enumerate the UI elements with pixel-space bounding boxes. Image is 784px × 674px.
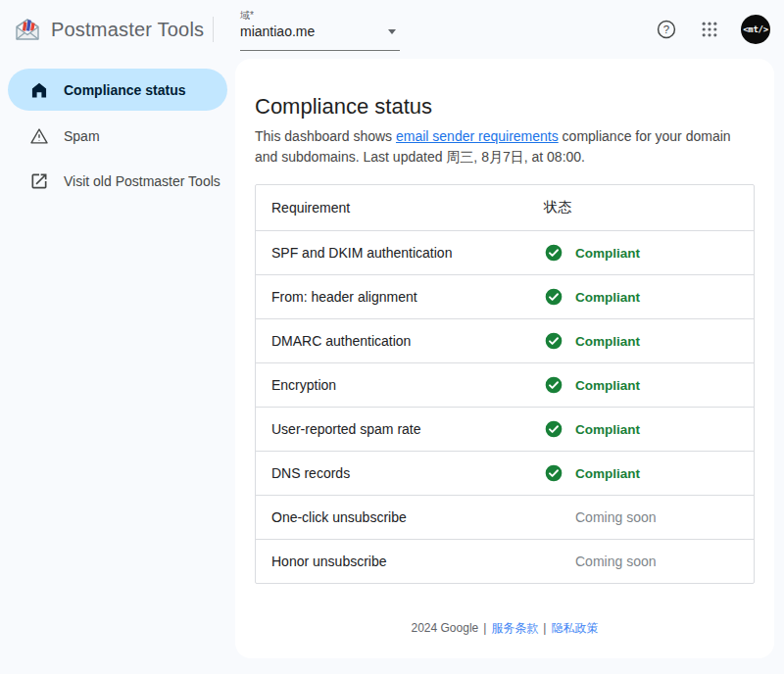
check-circle-icon	[544, 331, 564, 351]
app-title: Postmaster Tools	[51, 19, 204, 41]
sidebar: Compliance status Spam Visit old Postmas…	[0, 59, 235, 204]
check-circle-icon	[544, 375, 564, 395]
check-circle-icon	[544, 419, 564, 439]
status-text: Coming soon	[575, 509, 657, 525]
check-circle-icon	[544, 287, 564, 307]
domain-selector-value: miantiao.me	[240, 24, 315, 39]
help-button[interactable]: ?	[655, 18, 678, 41]
help-icon: ?	[656, 19, 677, 40]
status-text: Compliant	[575, 334, 640, 349]
postmaster-logo-icon	[14, 17, 41, 42]
sidebar-item-label: Visit old Postmaster Tools	[64, 173, 220, 189]
warning-icon	[29, 126, 49, 146]
table-header-row: Requirement 状态	[256, 185, 754, 230]
compliance-table: Requirement 状态 SPF and DKIM authenticati…	[255, 184, 755, 584]
topbar: Postmaster Tools 域* miantiao.me ? <mt/>	[0, 0, 784, 59]
status-cell: Compliant	[544, 331, 754, 351]
table-row: Honor unsubscribeComing soon	[256, 539, 754, 583]
status-cell: Coming soon	[544, 554, 754, 569]
sidebar-item-spam[interactable]: Spam	[8, 114, 227, 159]
footer-link-privacy[interactable]: 隐私政策	[551, 621, 598, 635]
requirement-cell: Encryption	[256, 377, 544, 393]
requirement-cell: DMARC authentication	[256, 333, 544, 349]
status-text: Compliant	[575, 422, 640, 437]
main-content: Compliance status This dashboard shows e…	[235, 59, 774, 658]
email-sender-requirements-link[interactable]: email sender requirements	[396, 128, 559, 144]
sidebar-item-label: Spam	[64, 128, 100, 144]
status-text: Compliant	[575, 246, 640, 261]
sidebar-item-label: Compliance status	[64, 82, 185, 98]
footer-separator: |	[483, 621, 486, 635]
table-row: User-reported spam rateCompliant	[256, 407, 754, 451]
chevron-down-icon	[388, 29, 396, 34]
status-cell: Compliant	[544, 463, 754, 483]
footer-copyright: 2024 Google	[412, 621, 479, 635]
home-icon	[29, 80, 49, 100]
app-logo[interactable]: Postmaster Tools	[14, 0, 204, 59]
status-cell: Compliant	[544, 287, 754, 307]
status-cell: Compliant	[544, 243, 754, 263]
column-header-status: 状态	[544, 199, 754, 217]
page-title: Compliance status	[255, 94, 755, 120]
requirement-cell: From: header alignment	[256, 289, 544, 305]
status-text: Compliant	[575, 290, 640, 305]
requirement-cell: One-click unsubscribe	[256, 509, 544, 525]
footer-separator: |	[543, 621, 546, 635]
domain-selector[interactable]: 域* miantiao.me	[240, 7, 400, 51]
status-text: Compliant	[575, 378, 640, 393]
status-cell: Compliant	[544, 419, 754, 439]
sidebar-item-compliance-status[interactable]: Compliance status	[8, 69, 227, 111]
requirement-cell: DNS records	[256, 465, 544, 481]
avatar[interactable]: <mt/>	[741, 15, 770, 44]
status-cell: Coming soon	[544, 509, 754, 525]
footer: 2024 Google|服务条款|隐私政策	[255, 610, 755, 647]
table-row: DMARC authenticationCompliant	[256, 318, 754, 362]
requirement-cell: Honor unsubscribe	[256, 554, 544, 569]
compliance-table-body: SPF and DKIM authenticationCompliantFrom…	[256, 230, 754, 583]
column-header-requirement: Requirement	[256, 200, 544, 216]
apps-grid-button[interactable]	[698, 18, 721, 41]
description-text: This dashboard shows	[255, 128, 396, 144]
footer-link-terms[interactable]: 服务条款	[491, 621, 538, 635]
table-row: SPF and DKIM authenticationCompliant	[256, 230, 754, 274]
table-row: EncryptionCompliant	[256, 362, 754, 407]
open-in-new-icon	[29, 171, 49, 191]
table-row: DNS recordsCompliant	[256, 451, 754, 495]
page-description: This dashboard shows email sender requir…	[255, 126, 755, 168]
check-circle-icon	[544, 243, 564, 263]
requirement-cell: User-reported spam rate	[256, 421, 544, 437]
domain-selector-label: 域*	[240, 10, 400, 22]
status-text: Coming soon	[575, 554, 657, 569]
check-circle-icon	[544, 463, 564, 483]
svg-text:?: ?	[663, 24, 669, 35]
table-row: From: header alignmentCompliant	[256, 274, 754, 318]
table-row: One-click unsubscribeComing soon	[256, 495, 754, 539]
status-cell: Compliant	[544, 375, 754, 395]
requirement-cell: SPF and DKIM authentication	[256, 245, 544, 261]
apps-grid-icon	[700, 20, 719, 39]
topbar-divider	[213, 17, 214, 42]
sidebar-item-visit-old-postmaster-tools[interactable]: Visit old Postmaster Tools	[8, 159, 227, 204]
status-text: Compliant	[575, 466, 640, 481]
